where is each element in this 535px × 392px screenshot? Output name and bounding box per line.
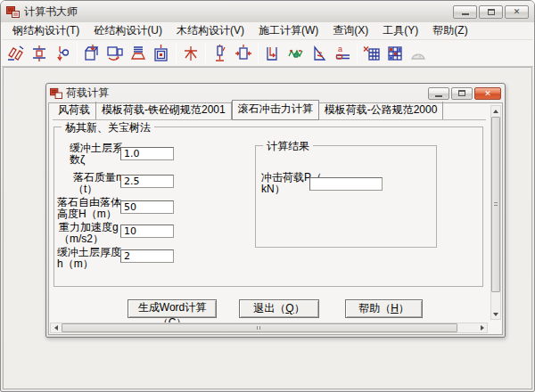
vertical-scrollbar[interactable] xyxy=(490,105,501,320)
main-window: 计算书大师 ✕ 钢结构设计(T) 砼结构设计(U) 木结构设计(V) 施工计算(… xyxy=(0,0,535,392)
scaffold-tree-icon[interactable] xyxy=(179,42,202,65)
menu-help[interactable]: 帮助(Z) xyxy=(425,21,474,40)
window-controls: ✕ xyxy=(451,5,529,19)
gravity-accel-input[interactable] xyxy=(120,225,174,238)
scroll-right-button[interactable] xyxy=(477,323,487,332)
beam-section-icon[interactable] xyxy=(28,42,51,65)
rock-mass-input[interactable] xyxy=(120,175,174,188)
minimize-icon xyxy=(462,13,469,15)
dialog-controls: ✕ xyxy=(426,87,501,100)
app-icon xyxy=(6,5,20,18)
impact-load-output[interactable] xyxy=(309,177,383,191)
retaining-wall-icon[interactable] xyxy=(308,42,331,65)
exit-button[interactable]: 退出（Q） xyxy=(239,299,319,318)
rebar-icon[interactable]: a xyxy=(331,42,354,65)
result-groupbox-title: 计算结果 xyxy=(263,139,313,154)
tab-wind-load[interactable]: 风荷载 xyxy=(53,102,96,119)
toolbar-separator xyxy=(77,44,78,63)
maximize-icon xyxy=(488,9,495,15)
horizontal-scroll-thumb[interactable] xyxy=(62,323,457,332)
buffer-coefficient-label: 缓冲土层系 数ζ xyxy=(70,143,123,166)
window-title: 计算书大师 xyxy=(24,4,78,20)
scroll-left-button[interactable] xyxy=(51,323,61,332)
method-groupbox: 杨其新、关宝树法 缓冲土层系 数ζ 落石质量m （t） 落石自由落体 高度H（m… xyxy=(54,127,483,287)
mdi-area: 荷载计算 ✕ 风荷载 模板荷载-铁砼砌规范2001 滚石冲击力计算 模板荷载-公… xyxy=(3,67,532,389)
horizontal-scrollbar[interactable] xyxy=(50,323,488,333)
arrow-up-icon xyxy=(493,107,498,113)
main-titlebar[interactable]: 计算书大师 ✕ xyxy=(1,1,534,22)
result-groupbox: 计算结果 冲击荷载P（ kN） xyxy=(255,145,437,248)
tab-strip: 风荷载 模板荷载-铁砼砌规范2001 滚石冲击力计算 模板荷载-公路规范2000 xyxy=(53,105,486,120)
grid-table-icon[interactable] xyxy=(360,42,383,65)
arrow-down-icon xyxy=(493,313,498,319)
toolbar-separator xyxy=(258,44,259,63)
formwork-icon[interactable] xyxy=(103,42,127,65)
close-icon: ✕ xyxy=(514,7,521,16)
gravity-accel-label: 重力加速度g （m/s2） xyxy=(59,222,119,245)
thumb-grip-icon xyxy=(257,326,262,330)
fall-height-input[interactable] xyxy=(120,200,174,214)
tab-formwork-railway-2001[interactable]: 模板荷载-铁砼砌规范2001 xyxy=(96,102,232,119)
menu-concrete-design[interactable]: 砼结构设计(U) xyxy=(86,21,169,40)
rock-mass-label: 落石质量m （t） xyxy=(73,172,125,195)
toolbar-separator xyxy=(176,44,177,63)
close-button[interactable]: ✕ xyxy=(505,5,529,19)
maximize-icon xyxy=(458,90,465,96)
foundation-pit-icon[interactable] xyxy=(261,42,284,65)
colored-grid-icon[interactable] xyxy=(383,42,407,65)
pile-cap-icon[interactable] xyxy=(127,42,150,65)
dialog-close-button[interactable]: ✕ xyxy=(474,87,501,100)
vertical-scroll-thumb[interactable] xyxy=(491,117,500,292)
buffer-thickness-label: 缓冲土层厚度 h（m） xyxy=(57,247,121,270)
menu-construction-calc[interactable]: 施工计算(W) xyxy=(251,21,325,40)
buffer-coefficient-input[interactable] xyxy=(120,147,174,160)
dialog-minimize-button[interactable] xyxy=(428,87,449,100)
load-calc-dialog: 荷载计算 ✕ 风荷载 模板荷载-铁砼砌规范2001 滚石冲击力计算 模板荷载-公… xyxy=(45,83,506,338)
toolbar-separator xyxy=(357,44,358,63)
buffer-thickness-input[interactable] xyxy=(120,249,174,263)
scroll-down-button[interactable] xyxy=(491,309,500,319)
dialog-client: 风荷载 模板荷载-铁砼砌规范2001 滚石冲击力计算 模板荷载-公路规范2000… xyxy=(48,102,503,335)
steel-beam-icon[interactable] xyxy=(4,42,28,65)
toolbar: a xyxy=(2,40,533,67)
close-icon: ✕ xyxy=(484,89,491,98)
toolbar-separator xyxy=(205,44,206,63)
help-button[interactable]: 帮助（H） xyxy=(345,299,423,318)
dialog-icon xyxy=(50,87,62,99)
hoisting-box-icon[interactable] xyxy=(80,42,103,65)
settlement-point-icon[interactable] xyxy=(51,42,74,65)
scroll-up-button[interactable] xyxy=(491,106,500,116)
tab-formwork-highway-2000[interactable]: 模板荷载-公路规范2000 xyxy=(319,102,444,119)
thumb-grip-icon xyxy=(494,202,498,208)
minimize-icon xyxy=(435,95,442,97)
tab-rockfall-impact[interactable]: 滚石冲击力计算 xyxy=(232,100,319,120)
fall-height-label: 落石自由落体 高度H（m） xyxy=(57,197,121,220)
menu-bar: 钢结构设计(T) 砼结构设计(U) 木结构设计(V) 施工计算(W) 查询(X)… xyxy=(2,22,533,40)
minimize-button[interactable] xyxy=(453,5,477,19)
method-groupbox-title: 杨其新、关宝树法 xyxy=(62,120,154,135)
column-load-icon[interactable] xyxy=(232,42,255,65)
menu-steel-design[interactable]: 钢结构设计(T) xyxy=(5,21,86,40)
slab-load-icon[interactable] xyxy=(150,42,173,65)
dialog-title: 荷载计算 xyxy=(66,86,109,101)
maximize-button[interactable] xyxy=(479,5,503,19)
wave-analysis-icon[interactable] xyxy=(284,42,308,65)
svg-text:a: a xyxy=(338,45,342,53)
dome-icon xyxy=(407,42,430,65)
menu-tools[interactable]: 工具(Y) xyxy=(375,21,425,40)
pile-driving-icon[interactable] xyxy=(209,42,232,65)
dialog-maximize-button[interactable] xyxy=(451,87,473,100)
generate-word-button[interactable]: 生成Word计算（C） xyxy=(128,299,217,318)
arrow-right-icon xyxy=(481,325,487,331)
arrow-left-icon xyxy=(52,325,58,331)
menu-timber-design[interactable]: 木结构设计(V) xyxy=(169,21,251,40)
menu-query[interactable]: 查询(X) xyxy=(325,21,375,40)
